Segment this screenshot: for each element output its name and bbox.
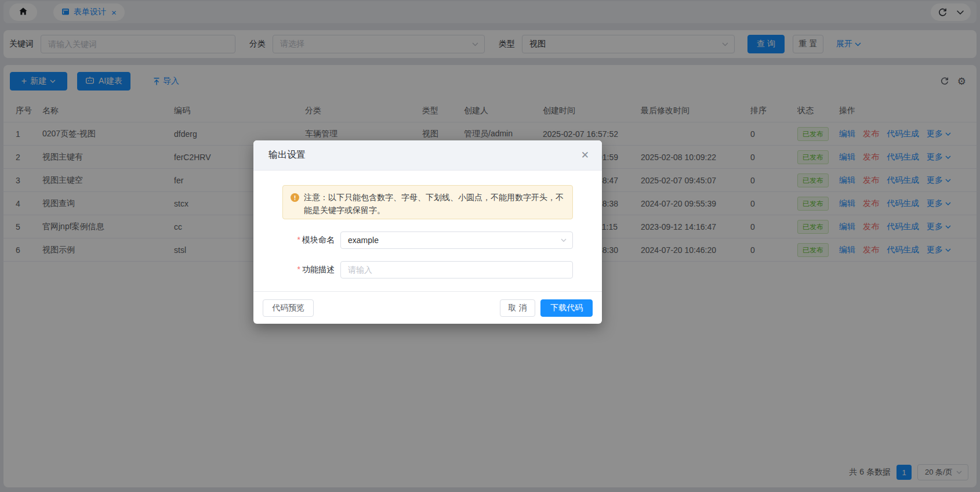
dialog-footer-divider — [253, 291, 602, 292]
description-input-wrap — [340, 261, 573, 278]
cancel-button[interactable]: 取 消 — [500, 299, 535, 317]
warning-text: 注意：以下只能包含数字、字母、下划线、小圆点，不能用数字开头，不 能是关键字或保… — [304, 191, 564, 219]
warning-icon: ! — [291, 193, 299, 202]
output-settings-dialog: 输出设置 ✕ ! 注意：以下只能包含数字、字母、下划线、小圆点，不能用数字开头，… — [253, 140, 602, 324]
description-input[interactable] — [341, 262, 572, 278]
module-name-label: *模块命名 — [253, 235, 335, 245]
module-name-select[interactable]: example — [340, 231, 573, 249]
chevron-down-icon — [561, 238, 567, 242]
dialog-footer: 代码预览 取 消 下载代码 — [253, 299, 602, 317]
warning-line-2: 能是关键字或保留字。 — [304, 204, 564, 216]
description-row: *功能描述 — [253, 261, 602, 278]
code-preview-button[interactable]: 代码预览 — [263, 299, 314, 317]
description-label: *功能描述 — [253, 265, 335, 275]
download-code-button[interactable]: 下载代码 — [540, 299, 593, 317]
required-asterisk: * — [297, 235, 300, 244]
module-name-row: *模块命名 example — [253, 231, 602, 249]
dialog-header: 输出设置 ✕ — [253, 140, 602, 171]
close-icon[interactable]: ✕ — [581, 150, 589, 160]
module-name-value: example — [348, 236, 379, 245]
dialog-title: 输出设置 — [268, 149, 306, 161]
module-label-text: 模块命名 — [302, 235, 335, 244]
page: 表单设计 × 关键词 分类 请选择 类型 视图 查 询 重 置 — [0, 0, 980, 492]
warning-line-1: 注意：以下只能包含数字、字母、下划线、小圆点，不能用数字开头，不 — [304, 191, 564, 204]
description-label-text: 功能描述 — [302, 265, 335, 274]
required-asterisk: * — [297, 265, 300, 274]
warning-alert: ! 注意：以下只能包含数字、字母、下划线、小圆点，不能用数字开头，不 能是关键字… — [282, 185, 573, 219]
